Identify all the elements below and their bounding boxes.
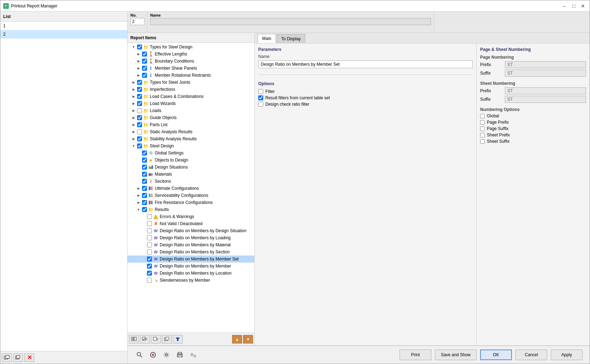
tree-checkbox[interactable] (137, 136, 142, 141)
tree-item-types-steel-design[interactable]: ▼ 📁 Types for Steel Design (128, 43, 254, 51)
tree-item-materials[interactable]: Materials (128, 171, 254, 178)
numbering-global-checkbox[interactable] (480, 114, 485, 118)
tree-item-effective-lengths[interactable]: ▶ 🚶 Effective Lengths (128, 51, 254, 58)
tree-item-ratio-material[interactable]: W Design Ratio on Members by Material (128, 241, 254, 248)
expand-icon[interactable]: ▶ (131, 88, 136, 91)
cancel-button[interactable]: Cancel (515, 350, 547, 360)
tree-item-loads[interactable]: ▶ 📁 Loads (128, 107, 254, 114)
maximize-button[interactable]: □ (570, 2, 578, 10)
tree-checkbox[interactable] (142, 207, 147, 212)
option-design-ratio-checkbox[interactable] (258, 102, 263, 107)
numbering-page-prefix-checkbox[interactable] (480, 120, 485, 125)
tree-item-boundary-conditions[interactable]: ▶ 🚶 Boundary Conditions (128, 58, 254, 65)
delete-button[interactable]: ✕ (24, 353, 34, 362)
tree-item-sections[interactable]: I Sections (128, 178, 254, 185)
check-all-button[interactable] (140, 335, 150, 344)
expand-icon[interactable]: ▶ (131, 109, 136, 112)
tree-item-results[interactable]: ▼ 📁 Results (128, 206, 254, 213)
tree-checkbox[interactable] (142, 186, 147, 191)
tree-item-member-shear-panels[interactable]: ▶ I Member Shear Panels (128, 65, 254, 72)
copy-button[interactable] (162, 335, 172, 344)
expand-icon[interactable]: ▶ (136, 201, 141, 204)
tree-item-types-steel-joints[interactable]: ▶ 📁 Types for Steel Joints (128, 79, 254, 86)
ok-button[interactable]: OK (480, 350, 512, 360)
expand-icon[interactable]: ▶ (131, 102, 136, 105)
tree-checkbox[interactable] (142, 193, 147, 198)
save-and-show-button[interactable]: Save and Show (435, 350, 477, 360)
print-icon[interactable] (175, 350, 185, 360)
expand-icon[interactable]: ▶ (131, 137, 136, 141)
tree-checkbox[interactable] (147, 264, 152, 269)
expand-icon[interactable]: ▼ (136, 208, 141, 211)
expand-icon[interactable]: ▼ (131, 144, 136, 148)
tree-item-member-rotational-restraints[interactable]: ▶ I Member Rotational Restraints (128, 72, 254, 79)
tree-body[interactable]: ▼ 📁 Types for Steel Design ▶ 🚶 Effective… (128, 43, 254, 333)
tree-checkbox[interactable] (147, 257, 152, 262)
minimize-button[interactable]: – (561, 2, 568, 10)
tree-checkbox[interactable] (137, 94, 142, 99)
tree-item-global-settings[interactable]: ⚙ Global Settings (128, 149, 254, 157)
list-item[interactable]: 1 (0, 22, 127, 30)
tree-item-objects-to-design[interactable]: ★ Objects to Design (128, 157, 254, 164)
tab-to-display[interactable]: To Display (277, 34, 305, 43)
search-icon[interactable] (135, 350, 144, 360)
print-button[interactable]: Print (400, 350, 431, 360)
tree-item-ultimate-configurations[interactable]: ▶ Ultimate Configurations (128, 185, 254, 192)
expand-icon[interactable]: ▶ (131, 123, 136, 127)
expand-icon[interactable]: ▶ (136, 194, 141, 197)
uncheck-all-button[interactable] (151, 335, 161, 344)
tree-item-fire-resistance[interactable]: ▶ Fire Resistance Configurations (128, 199, 254, 206)
filter-button[interactable] (173, 335, 183, 344)
expand-icon[interactable]: ▶ (136, 74, 141, 77)
tree-checkbox[interactable] (142, 158, 147, 163)
tree-checkbox[interactable] (147, 235, 152, 240)
tree-checkbox[interactable] (137, 108, 142, 113)
tree-checkbox[interactable] (137, 122, 142, 127)
tree-checkbox[interactable] (147, 214, 152, 219)
apply-button[interactable]: Apply (551, 350, 583, 360)
tree-checkbox[interactable] (142, 200, 147, 205)
tree-checkbox[interactable] (142, 59, 147, 64)
tab-main[interactable]: Main (258, 34, 276, 43)
translate-icon[interactable]: Aあ (188, 350, 198, 360)
tree-item-steel-design[interactable]: ▼ 📁 Steel Design (128, 142, 254, 149)
move-down-button[interactable]: ▼ (243, 335, 253, 344)
tree-checkbox[interactable] (142, 66, 147, 71)
option-result-filters-checkbox[interactable] (258, 95, 263, 100)
tree-checkbox[interactable] (147, 228, 152, 233)
tree-checkbox[interactable] (142, 172, 147, 177)
tree-checkbox[interactable] (142, 151, 147, 155)
tree-item-design-situations[interactable]: Design Situations (128, 164, 254, 171)
tree-checkbox[interactable] (137, 87, 142, 92)
tree-item-load-wizards[interactable]: ▶ 📁 Load Wizards (128, 100, 254, 107)
tree-item-parts-list[interactable]: ▶ 📁 Parts List (128, 121, 254, 128)
add-button[interactable] (129, 335, 139, 344)
tree-item-imperfections[interactable]: ▶ 📁 Imperfections (128, 86, 254, 93)
tree-checkbox[interactable] (142, 179, 147, 184)
tree-item-load-cases[interactable]: ▶ 📁 Load Cases & Combinations (128, 93, 254, 100)
tree-checkbox[interactable] (137, 129, 142, 134)
tree-checkbox[interactable] (147, 242, 152, 247)
tree-checkbox[interactable] (142, 165, 147, 170)
tree-checkbox[interactable] (147, 249, 152, 254)
expand-icon[interactable]: ▶ (131, 81, 136, 84)
tree-checkbox[interactable] (137, 143, 142, 148)
tree-checkbox[interactable] (147, 278, 152, 283)
tree-item-not-valid[interactable]: ✘ Not Valid / Deactivated (128, 220, 254, 227)
numbering-page-suffix-checkbox[interactable] (480, 127, 485, 131)
tree-item-errors-warnings[interactable]: ! Errors & Warnings (128, 213, 254, 220)
tree-item-stability-analysis[interactable]: ▶ 📁 Stability Analysis Results (128, 135, 254, 142)
tree-item-ratio-loading[interactable]: W Design Ratio on Members by Loading (128, 234, 254, 241)
duplicate-button[interactable] (13, 353, 23, 362)
tree-item-serviceability[interactable]: ▶ Serviceability Configurations (128, 192, 254, 199)
params-name-value[interactable]: Design Ratio on Members by Member Set (258, 60, 473, 68)
expand-icon[interactable]: ▶ (131, 95, 136, 98)
list-item-selected[interactable]: 2 (0, 30, 127, 39)
expand-icon[interactable]: ▼ (131, 45, 136, 49)
tree-checkbox[interactable] (142, 52, 147, 57)
tree-item-ratio-location[interactable]: W Design Ratio on Members by Location (128, 270, 254, 277)
numbering-sheet-suffix-checkbox[interactable] (480, 139, 485, 144)
new-window-button[interactable] (2, 353, 12, 362)
tree-checkbox[interactable] (142, 73, 147, 78)
tree-checkbox[interactable] (147, 271, 152, 276)
